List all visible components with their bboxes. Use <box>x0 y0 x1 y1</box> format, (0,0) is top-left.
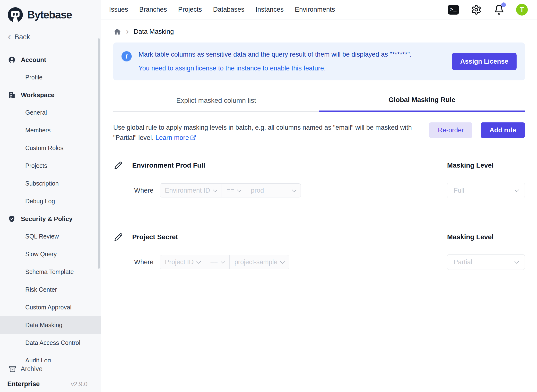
condition-field-select[interactable]: Environment ID <box>160 184 222 197</box>
bytebase-logo-icon <box>7 7 23 23</box>
condition-value-select[interactable]: prod <box>246 184 301 197</box>
sidebar-item-slow-query[interactable]: Slow Query <box>0 245 101 263</box>
learn-more-link[interactable]: Learn more <box>156 134 189 141</box>
edit-pencil-icon[interactable] <box>114 161 122 170</box>
chevron-left-icon: ‹ <box>8 32 11 41</box>
archive-icon <box>9 365 16 373</box>
chevron-down-icon <box>196 259 201 264</box>
user-icon <box>8 56 16 64</box>
archive-button[interactable]: Archive <box>0 362 101 376</box>
sql-editor-terminal-icon[interactable]: >_ <box>448 4 459 16</box>
chevron-down-icon <box>280 259 285 264</box>
sidebar-item-projects[interactable]: Projects <box>0 157 101 175</box>
brand-name: Bytebase <box>27 9 72 21</box>
plan-name: Enterprise <box>7 380 40 388</box>
condition-operator-select[interactable]: == <box>222 184 246 197</box>
condition-operator-select[interactable]: == <box>205 255 230 269</box>
masking-level-label: Masking Level <box>447 233 525 241</box>
condition-group: Project ID == project-sample <box>160 255 289 269</box>
page-content: › Data Masking i Mark table columns as s… <box>101 19 537 392</box>
sidebar-bottom: Archive Enterprise v2.9.0 <box>0 362 101 392</box>
sidebar-item-debug-log[interactable]: Debug Log <box>0 192 101 210</box>
edit-pencil-icon[interactable] <box>114 233 122 241</box>
sidebar-item-audit-log[interactable]: Audit Log <box>0 352 101 362</box>
banner-text: Mark table columns as sensitive data and… <box>139 50 445 73</box>
section-security-policy: Security & Policy <box>0 210 101 228</box>
nav-instances[interactable]: Instances <box>256 6 284 13</box>
external-link-icon <box>190 134 196 141</box>
bell-icon[interactable] <box>493 4 505 16</box>
settings-sidebar: Bytebase ‹ Back Account Profile <box>0 0 101 392</box>
section-account: Account <box>0 51 101 68</box>
nav-projects[interactable]: Projects <box>178 6 202 13</box>
where-clause: Where Environment ID == prod <box>113 183 447 197</box>
where-label: Where <box>134 258 154 266</box>
chevron-down-icon <box>514 187 519 192</box>
where-clause: Where Project ID == project-sa <box>113 255 447 269</box>
nav-issues[interactable]: Issues <box>109 6 128 13</box>
app-version: v2.9.0 <box>71 381 87 388</box>
back-button[interactable]: ‹ Back <box>8 33 101 41</box>
main-area: Issues Branches Projects Databases Insta… <box>101 0 537 392</box>
gear-icon[interactable] <box>470 4 482 16</box>
home-icon[interactable] <box>113 28 121 36</box>
brand-logo[interactable]: Bytebase <box>0 0 101 23</box>
tab-explicit-masked-column-list[interactable]: Explict masked column list <box>113 97 319 112</box>
rule-card: Environment Prod Full Masking Level Wher… <box>113 161 525 198</box>
top-navigation: Issues Branches Projects Databases Insta… <box>101 0 537 19</box>
rule-header: Environment Prod Full Masking Level <box>113 161 525 170</box>
sidebar-scrollbar[interactable] <box>98 38 100 269</box>
sidebar-item-members[interactable]: Members <box>0 121 101 139</box>
masking-level-label: Masking Level <box>447 162 525 169</box>
sidebar-item-custom-approval[interactable]: Custom Approval <box>0 298 101 316</box>
rule-description: Use global rule to apply masking levels … <box>113 122 429 143</box>
where-label: Where <box>134 187 154 194</box>
rule-title: Project Secret <box>132 233 447 241</box>
avatar[interactable]: T <box>516 4 528 16</box>
sidebar-item-data-masking[interactable]: Data Masking <box>0 316 101 334</box>
masking-level-select[interactable]: Partial <box>447 254 525 270</box>
rule-divider <box>113 217 525 217</box>
sidebar-item-profile[interactable]: Profile <box>0 68 101 86</box>
reorder-button[interactable]: Re-order <box>429 122 473 138</box>
chevron-down-icon <box>237 187 241 192</box>
sidebar-item-sql-review[interactable]: SQL Review <box>0 228 101 245</box>
rule-list: Environment Prod Full Masking Level Wher… <box>113 161 525 270</box>
sidebar-item-schema-template[interactable]: Schema Template <box>0 263 101 281</box>
rule-description-row: Use global rule to apply masking levels … <box>113 122 525 143</box>
nav-databases[interactable]: Databases <box>213 6 244 13</box>
sidebar-item-subscription[interactable]: Subscription <box>0 175 101 192</box>
breadcrumb-page: Data Masking <box>134 28 174 35</box>
chevron-right-icon: › <box>126 27 129 35</box>
chevron-down-icon <box>514 259 519 264</box>
plan-footer: Enterprise v2.9.0 <box>0 376 101 392</box>
assign-license-button[interactable]: Assign License <box>452 53 517 70</box>
condition-value-select[interactable]: project-sample <box>230 255 289 269</box>
banner-line1: Mark table columns as sensitive data and… <box>139 50 445 59</box>
notification-dot <box>501 2 506 7</box>
chevron-down-icon <box>221 259 225 264</box>
sidebar-item-general[interactable]: General <box>0 104 101 121</box>
masking-level-select[interactable]: Full <box>447 183 525 198</box>
nav-branches[interactable]: Branches <box>139 6 167 13</box>
sidebar-item-custom-roles[interactable]: Custom Roles <box>0 139 101 157</box>
tab-global-masking-rule[interactable]: Global Masking Rule <box>319 96 525 112</box>
sidebar-item-risk-center[interactable]: Risk Center <box>0 281 101 298</box>
add-rule-button[interactable]: Add rule <box>481 122 525 138</box>
rule-title: Environment Prod Full <box>132 162 447 169</box>
rule-condition-row: Where Environment ID == prod <box>113 183 525 198</box>
section-workspace: Workspace <box>0 86 101 104</box>
condition-group: Environment ID == prod <box>160 183 301 197</box>
building-icon <box>8 91 16 99</box>
rule-condition-row: Where Project ID == project-sa <box>113 254 525 270</box>
breadcrumb: › Data Masking <box>113 28 525 36</box>
nav-environments[interactable]: Environments <box>295 6 335 13</box>
shield-check-icon <box>8 215 16 223</box>
chevron-down-icon <box>292 187 296 192</box>
banner-line2: You need to assign license to the instan… <box>139 64 445 73</box>
condition-field-select[interactable]: Project ID <box>160 255 206 269</box>
sidebar-nav: Account Profile Workspace General Member… <box>0 41 101 362</box>
sidebar-item-data-access-control[interactable]: Data Access Control <box>0 334 101 352</box>
info-icon: i <box>121 51 132 61</box>
masking-tabs: Explict masked column list Global Maskin… <box>113 96 525 112</box>
